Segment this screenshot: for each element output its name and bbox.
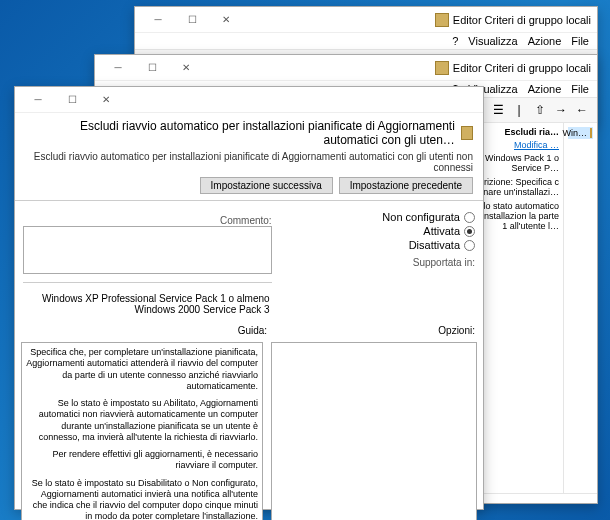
back-icon[interactable]: ← <box>573 101 591 119</box>
app-icon <box>435 61 449 75</box>
maximize-button[interactable]: ☐ <box>135 58 169 78</box>
menu-action[interactable]: Azione <box>528 83 562 95</box>
guide-p: Se lo stato è impostato su Abilitato, Ag… <box>26 398 258 443</box>
close-button[interactable]: ✕ <box>209 10 243 30</box>
menu-file[interactable]: File <box>571 83 589 95</box>
guide-p: Se lo stato è impostato su Disabilitato … <box>26 478 258 521</box>
minimize-button[interactable]: ─ <box>21 90 55 110</box>
guide-pane: Specifica che, per completare un'install… <box>21 342 263 520</box>
radio-label-enabled: Attivata <box>423 225 460 237</box>
prev-setting-button[interactable]: Impostazione precedente <box>339 177 473 194</box>
menu-action[interactable]: Azione <box>528 35 562 47</box>
maximize-button[interactable]: ☐ <box>175 10 209 30</box>
maximize-button[interactable]: ☐ <box>55 90 89 110</box>
up-icon[interactable]: ⇧ <box>531 101 549 119</box>
next-setting-button[interactable]: Impostazione successiva <box>200 177 333 194</box>
guide-label: Guida: <box>23 325 267 336</box>
state-radio-group: Non configurata Attivata Disattivata <box>280 211 475 251</box>
close-button[interactable]: ✕ <box>89 90 123 110</box>
supported-text: Windows XP Professional Service Pack 1 o… <box>23 291 272 317</box>
app-icon <box>435 13 449 27</box>
window-title: Editor Criteri di gruppo locali <box>453 14 591 26</box>
guide-p: Specifica che, per completare un'install… <box>26 347 258 392</box>
minimize-button[interactable]: ─ <box>141 10 175 30</box>
radio-enabled[interactable] <box>464 226 475 237</box>
tree-selected-node[interactable]: Win… <box>563 128 588 138</box>
titlebar-policy: ─ ☐ ✕ <box>15 87 483 113</box>
radio-label-nc: Non configurata <box>382 211 460 223</box>
policy-icon <box>461 126 473 140</box>
comment-label: Commento: <box>23 215 272 226</box>
policy-subtitle: Escludi riavvio automatico per installaz… <box>25 151 473 173</box>
menu-help[interactable]: ? <box>452 35 458 47</box>
guide-p: Per rendere effettivi gli aggiornamenti,… <box>26 449 258 472</box>
comment-textarea[interactable] <box>23 226 272 274</box>
options-label: Opzioni: <box>267 325 475 336</box>
menubar: File Azione Visualizza ? <box>135 33 597 50</box>
menu-file[interactable]: File <box>571 35 589 47</box>
titlebar-bg2: Editor Criteri di gruppo locali ─ ☐ ✕ <box>95 55 597 81</box>
folder-icon <box>590 128 592 138</box>
radio-label-disabled: Disattivata <box>409 239 460 251</box>
policy-title: Escludi riavvio automatico per installaz… <box>25 119 455 147</box>
radio-not-configured[interactable] <box>464 212 475 223</box>
menu-view[interactable]: Visualizza <box>468 35 517 47</box>
close-button[interactable]: ✕ <box>169 58 203 78</box>
minimize-button[interactable]: ─ <box>101 58 135 78</box>
titlebar-bg1: Editor Criteri di gruppo locali ─ ☐ ✕ <box>135 7 597 33</box>
forward-icon[interactable]: → <box>552 101 570 119</box>
window-title: Editor Criteri di gruppo locali <box>453 62 591 74</box>
options-pane <box>271 342 477 520</box>
radio-disabled[interactable] <box>464 240 475 251</box>
sep-icon: | <box>510 101 528 119</box>
list-icon[interactable]: ☰ <box>489 101 507 119</box>
supported-label: Supportata in: <box>280 257 475 268</box>
